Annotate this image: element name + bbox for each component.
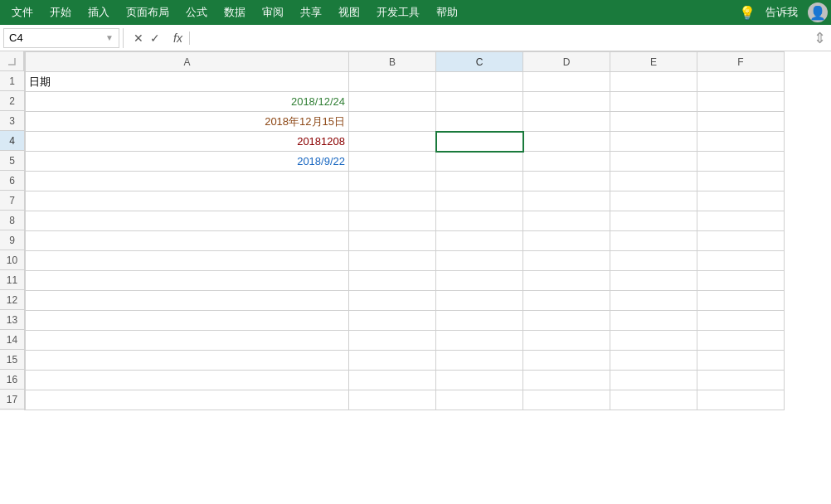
cell-F15[interactable] [697,351,785,371]
cell-E7[interactable] [610,191,697,211]
cell-F8[interactable] [697,211,785,231]
cell-D10[interactable] [523,251,610,271]
cell-D17[interactable] [523,390,610,410]
cell-B3[interactable] [349,112,436,132]
cell-D2[interactable] [523,92,610,112]
cell-B1[interactable] [349,72,436,92]
row-num-1[interactable]: 1 [0,71,24,91]
cell-C10[interactable] [436,251,523,271]
cell-E5[interactable] [610,152,697,172]
cell-F3[interactable] [697,112,785,132]
row-num-5[interactable]: 5 [0,151,24,171]
menu-insert[interactable]: 插入 [80,2,118,23]
cell-C11[interactable] [436,271,523,291]
row-num-8[interactable]: 8 [0,211,24,230]
cell-E8[interactable] [610,211,697,231]
menu-help[interactable]: 帮助 [428,2,466,23]
col-header-A[interactable]: A [26,52,349,72]
cell-E10[interactable] [610,251,697,271]
user-avatar[interactable]: 👤 [808,2,828,22]
row-num-6[interactable]: 6 [0,171,24,191]
cell-E15[interactable] [610,351,697,371]
cell-C6[interactable] [436,172,523,191]
row-num-4[interactable]: 4 [0,131,24,151]
cell-B6[interactable] [349,172,436,191]
cell-F14[interactable] [697,331,785,351]
cell-E16[interactable] [610,371,697,390]
cell-ref-dropdown-icon[interactable]: ▼ [105,33,114,42]
cell-E13[interactable] [610,311,697,331]
col-header-D[interactable]: D [523,52,610,72]
cell-A17[interactable] [26,390,349,410]
cell-B9[interactable] [349,231,436,251]
cell-F7[interactable] [697,191,785,211]
menu-file[interactable]: 文件 [3,2,41,23]
cell-F1[interactable] [697,72,785,92]
cell-B11[interactable] [349,271,436,291]
menu-start[interactable]: 开始 [41,2,80,23]
row-num-2[interactable]: 2 [0,91,24,111]
cell-B10[interactable] [349,251,436,271]
cell-E3[interactable] [610,112,697,132]
cell-F5[interactable] [697,152,785,172]
col-header-E[interactable]: E [610,52,697,72]
col-header-B[interactable]: B [349,52,436,72]
cell-F16[interactable] [697,371,785,390]
cell-E6[interactable] [610,172,697,191]
cell-A3[interactable]: 2018年12月15日 [26,112,349,132]
cell-reference-box[interactable]: C4 ▼ [3,28,119,48]
cell-E2[interactable] [610,92,697,112]
cell-C1[interactable] [436,72,523,92]
row-num-9[interactable]: 9 [0,230,24,250]
cell-C7[interactable] [436,191,523,211]
row-num-3[interactable]: 3 [0,111,24,131]
cell-D13[interactable] [523,311,610,331]
cell-A11[interactable] [26,271,349,291]
cell-C4[interactable] [436,132,523,152]
col-header-F[interactable]: F [697,52,785,72]
cell-D15[interactable] [523,351,610,371]
lightbulb-icon[interactable]: 💡 [739,5,756,21]
cell-F12[interactable] [697,291,785,311]
cell-C5[interactable] [436,152,523,172]
cell-E11[interactable] [610,271,697,291]
cell-F9[interactable] [697,231,785,251]
cell-D9[interactable] [523,231,610,251]
cell-C2[interactable] [436,92,523,112]
cell-F10[interactable] [697,251,785,271]
cell-A6[interactable] [26,172,349,191]
cell-A15[interactable] [26,351,349,371]
menu-page-layout[interactable]: 页面布局 [118,2,177,23]
cell-A10[interactable] [26,251,349,271]
cell-D5[interactable] [523,152,610,172]
cell-B15[interactable] [349,351,436,371]
confirm-icon[interactable]: ✓ [150,32,160,45]
cell-C13[interactable] [436,311,523,331]
cell-B12[interactable] [349,291,436,311]
col-header-C[interactable]: C [436,52,523,72]
cell-F11[interactable] [697,271,785,291]
cell-B4[interactable] [349,132,436,152]
cell-B14[interactable] [349,331,436,351]
row-num-17[interactable]: 17 [0,390,24,410]
cell-A7[interactable] [26,191,349,211]
menu-view[interactable]: 视图 [330,2,368,23]
cell-A12[interactable] [26,291,349,311]
cell-F4[interactable] [697,132,785,152]
cell-C3[interactable] [436,112,523,132]
cell-C16[interactable] [436,371,523,390]
tell-me[interactable]: 告诉我 [759,2,804,23]
cell-D8[interactable] [523,211,610,231]
row-num-10[interactable]: 10 [0,250,24,270]
menu-share[interactable]: 共享 [292,2,330,23]
cell-D11[interactable] [523,271,610,291]
cell-B5[interactable] [349,152,436,172]
cell-F17[interactable] [697,390,785,410]
cell-E9[interactable] [610,231,697,251]
cell-A5[interactable]: 2018/9/22 [26,152,349,172]
cell-C14[interactable] [436,331,523,351]
cell-A1[interactable]: 日期 [26,72,349,92]
cell-B7[interactable] [349,191,436,211]
cell-F2[interactable] [697,92,785,112]
cell-A14[interactable] [26,331,349,351]
